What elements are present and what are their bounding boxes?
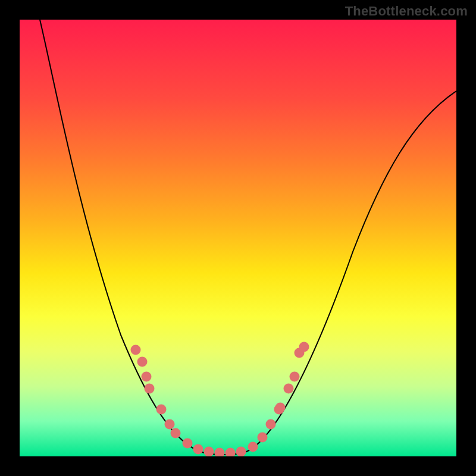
bottleneck-curve bbox=[40, 20, 456, 455]
watermark-text: TheBottleneck.com bbox=[345, 4, 468, 19]
chart-frame: TheBottleneck.com bbox=[0, 0, 476, 476]
data-point bbox=[142, 372, 152, 382]
data-point bbox=[131, 345, 141, 355]
scatter-right bbox=[248, 342, 309, 452]
data-point bbox=[204, 447, 214, 457]
data-point bbox=[183, 439, 193, 449]
plot-area bbox=[20, 20, 456, 456]
chart-svg bbox=[20, 20, 456, 456]
data-point bbox=[275, 403, 286, 413]
data-point bbox=[156, 405, 167, 415]
data-point bbox=[193, 444, 203, 455]
data-point bbox=[248, 442, 258, 452]
data-point bbox=[145, 384, 155, 394]
data-point bbox=[215, 448, 225, 457]
scatter-left bbox=[131, 345, 246, 457]
data-point bbox=[165, 419, 175, 430]
data-point bbox=[236, 447, 246, 457]
data-point bbox=[290, 372, 300, 382]
data-point bbox=[284, 384, 294, 394]
data-point bbox=[258, 433, 268, 443]
data-point bbox=[266, 419, 276, 430]
data-point bbox=[137, 357, 148, 367]
data-point bbox=[171, 428, 181, 439]
data-point bbox=[226, 448, 236, 457]
data-point bbox=[299, 342, 309, 352]
